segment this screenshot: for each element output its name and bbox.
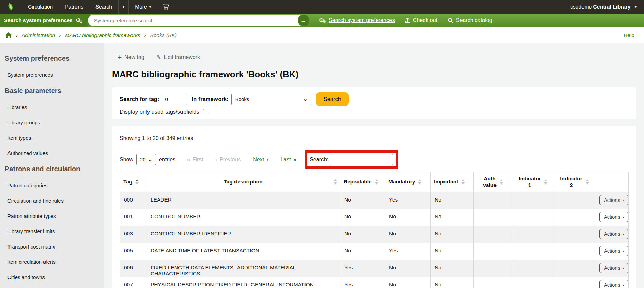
sidebar-heading-basic-parameters: Basic parameters [5,87,104,95]
actions-button[interactable]: Actions▴ [599,280,628,288]
cell-indicator-2 [554,260,595,277]
cart-icon[interactable] [157,0,175,14]
sidebar-item-circulation-fine-rules[interactable]: Circulation and fine rules [7,198,104,204]
cell-description: CONTROL NUMBER IDENTIFIER [146,226,340,243]
sidebar-item-item-circulation-alerts[interactable]: Item circulation alerts [7,259,104,265]
edit-framework-button[interactable]: ✎ Edit framework [157,54,200,61]
actions-button[interactable]: Actions▴ [599,246,628,256]
search-submit-button[interactable]: → [298,15,309,26]
plus-icon: + [118,53,122,61]
sidebar-item-transport-cost-matrix[interactable]: Transport cost matrix [7,244,104,250]
cell-indicator-1 [512,192,554,209]
chevron-right-icon: › [266,157,268,163]
cell-mandatory: No [385,209,431,226]
sort-icon [500,179,503,185]
column-header-indicator-2[interactable]: Indicator 2 [554,172,595,192]
nav-circulation[interactable]: Circulation [22,0,59,14]
show-entries-control: Show 20 ⌄ entries [120,154,175,165]
nav-search-dropdown-toggle[interactable]: ▾ [118,0,129,14]
breadcrumb-administration[interactable]: Administration [22,32,55,38]
framework-select[interactable]: Books ⌄ [231,94,311,105]
cell-mandatory: No [385,260,431,277]
sidebar-item-patron-categories[interactable]: Patron categories [7,182,104,188]
sort-icon [461,179,465,185]
cell-important: No [431,243,474,260]
sidebar-item-patron-attribute-types[interactable]: Patron attribute types [7,213,104,219]
cell-tag: 003 [120,226,146,243]
column-header-tag[interactable]: Tag [120,172,146,192]
link-search-system-preferences[interactable]: ⚙⚙ Search system preferences [319,17,395,24]
table-controls: Show 20 ⌄ entries « First ‹ [120,150,629,169]
link-check-out[interactable]: Check out [405,17,437,23]
new-tag-button[interactable]: + New tag [118,53,144,61]
cell-indicator-1 [512,209,554,226]
user-library-menu[interactable]: csqdemo Central Library ▾ [570,0,644,14]
display-only-row: Display only used tags/subfields [120,108,629,115]
user-name: csqdemo [570,4,592,10]
cell-repeatable: No [340,243,385,260]
actions-button[interactable]: Actions▴ [599,263,628,273]
pager-next[interactable]: Next › [253,157,268,163]
search-tab-active[interactable]: Search system preferences ⚙⚙ [0,14,90,27]
sidebar-item-authorized-values[interactable]: Authorized values [7,150,104,156]
chevron-down-icon: ⌄ [148,158,152,161]
pager-last[interactable]: Last » [280,156,296,163]
pager-first[interactable]: « First [187,156,203,163]
sidebar-item-libraries[interactable]: Libraries [7,104,104,110]
sidebar-heading-patrons-circulation: Patrons and circulation [5,165,104,173]
sidebar-heading-system-preferences: System preferences [5,54,104,62]
cell-indicator-2 [554,243,595,260]
table-row: 003 CONTROL NUMBER IDENTIFIER No No No A… [120,226,629,243]
sidebar-item-item-types[interactable]: Item types [7,135,104,141]
caret-down-icon: ▾ [634,5,637,9]
home-icon[interactable] [5,32,12,38]
cell-indicator-2 [554,192,595,209]
sidebar-item-library-transfer-limits[interactable]: Library transfer limits [7,228,104,234]
main-panel: + New tag ✎ Edit framework MARC bibliogr… [104,43,644,288]
tags-table-panel: Showing 1 to 20 of 349 entries Show 20 ⌄… [112,126,636,288]
help-link[interactable]: Help [624,32,634,38]
column-header-important[interactable]: Important [431,172,474,192]
cell-mandatory: Yes [385,192,431,209]
system-preference-search-input[interactable] [88,18,308,23]
breadcrumb-marc-frameworks[interactable]: MARC bibliographic frameworks [65,32,140,38]
cell-description: CONTROL NUMBER [146,209,340,226]
cell-tag: 001 [120,209,146,226]
breadcrumb-separator-icon: › [144,32,146,38]
column-header-auth-value[interactable]: Auth value [474,172,512,192]
nav-more[interactable]: More ▾ [129,0,157,14]
actions-button[interactable]: Actions▴ [599,212,628,222]
sidebar-item-system-preferences[interactable]: System preferences [7,72,104,78]
entries-label: entries [159,157,175,163]
actions-button[interactable]: Actions▴ [599,229,628,239]
table-search-label: Search: [310,157,328,163]
table-info: Showing 1 to 20 of 349 entries [120,135,629,141]
tag-search-button[interactable]: Search [316,92,349,106]
breadcrumb-separator-icon: › [59,32,61,38]
link-search-catalog[interactable]: Search catalog [448,17,492,23]
sidebar-item-cities-and-towns[interactable]: Cities and towns [7,274,104,280]
column-header-indicator-1[interactable]: Indicator 1 [512,172,554,192]
in-framework-label: In framework: [192,96,228,102]
pager-previous[interactable]: ‹ Previous [215,157,241,163]
column-header-tag-description[interactable]: Tag description [146,172,340,192]
search-header-bar: Search system preferences ⚙⚙ → ⚙⚙ Search… [0,14,644,27]
nav-search[interactable]: Search [89,0,118,14]
search-for-tag-input[interactable] [162,94,187,105]
gears-icon: ⚙⚙ [76,17,83,24]
chevron-double-right-icon: » [293,156,296,163]
cell-tag: 005 [120,243,146,260]
caret-down-icon: ▾ [123,5,125,9]
actions-button[interactable]: Actions▴ [599,195,628,205]
sort-icon [375,179,378,185]
sidebar-item-library-groups[interactable]: Library groups [7,119,104,125]
table-search-input[interactable] [331,154,393,165]
column-header-mandatory[interactable]: Mandatory [385,172,431,192]
cell-repeatable: No [340,209,385,226]
nav-patrons[interactable]: Patrons [59,0,89,14]
entries-select[interactable]: 20 ⌄ [136,154,156,165]
koha-logo-icon[interactable] [5,2,16,12]
column-header-repeatable[interactable]: Repeatable [340,172,385,192]
table-search-highlight-annotation: Search: [305,150,398,169]
display-only-checkbox[interactable] [203,109,208,114]
